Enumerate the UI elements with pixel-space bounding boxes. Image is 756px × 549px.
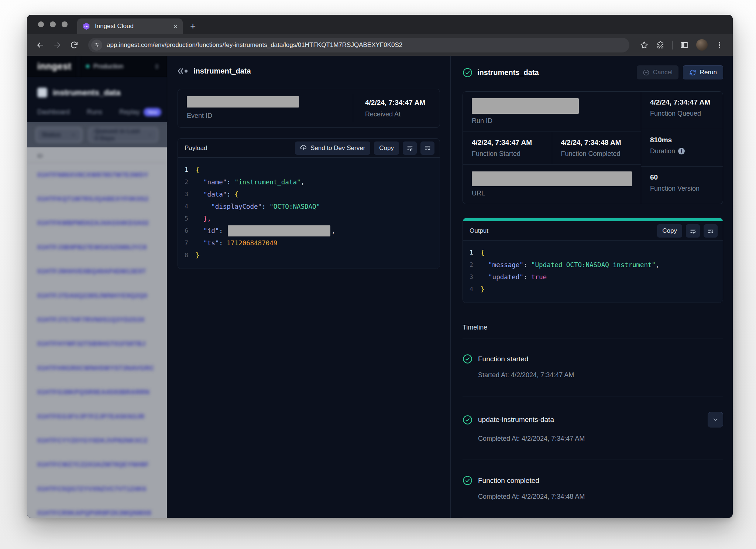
- site-settings-icon[interactable]: [91, 40, 102, 51]
- timeline-label: Timeline: [463, 324, 723, 331]
- payload-card: Payload Send to Dev Server Copy 1: [178, 138, 440, 269]
- function-header: instruments_data: [27, 77, 167, 98]
- run-list-item[interactable]: 01HTFCWZ7CZ2X3AZM79QEYNH8F: [27, 453, 167, 477]
- run-list-item[interactable]: 01HTFCYYZ0YGY0DKJVP82NKXCZ: [27, 429, 167, 453]
- address-bar[interactable]: app.inngest.com/env/production/functions…: [88, 38, 629, 52]
- run-list-item[interactable]: 01HTFCR9KAPQP0R8PZK3MQNMX8: [27, 501, 167, 518]
- sidebar-top-bar: inngest Production: [27, 56, 167, 77]
- close-tab-icon[interactable]: ×: [173, 23, 178, 30]
- sidebar: inngest Production instruments_data Dash…: [27, 56, 167, 518]
- line-content: "ts": 1712068487049: [196, 239, 277, 247]
- info-icon[interactable]: i: [678, 148, 685, 154]
- run-details-right: 4/2/24, 7:34:47 AM Function Queued 810ms…: [641, 92, 723, 204]
- function-version-value: 60: [650, 173, 714, 181]
- traffic-lights[interactable]: [27, 15, 77, 34]
- word-wrap-button[interactable]: [403, 141, 417, 155]
- word-wrap-button[interactable]: [686, 224, 700, 238]
- minimize-window-button[interactable]: [50, 21, 56, 27]
- line-number: 5: [178, 215, 196, 222]
- run-id-redacted: [472, 98, 579, 114]
- zoom-window-button[interactable]: [62, 21, 68, 27]
- time-range-filter-dropdown[interactable]: Queued in Last 3 Days: [89, 127, 158, 142]
- run-title: instruments_data: [477, 68, 539, 77]
- cancel-button[interactable]: Cancel: [637, 65, 678, 79]
- send-to-dev-server-button[interactable]: Send to Dev Server: [295, 141, 370, 155]
- close-window-button[interactable]: [38, 21, 44, 27]
- payload-copy-button[interactable]: Copy: [374, 141, 399, 155]
- new-badge: New: [144, 108, 161, 116]
- function-version-cell: 60 Function Version: [641, 166, 723, 204]
- function-tab[interactable]: Runs: [87, 108, 102, 122]
- status-filter-dropdown[interactable]: Status: [36, 127, 82, 142]
- run-list-item[interactable]: 01HTFC5QG7ZYVXNZVC7VT1Z4K6: [27, 477, 167, 501]
- browser-toolbar: app.inngest.com/env/production/functions…: [27, 34, 733, 56]
- timeline-item-title: update-instruments-data: [478, 416, 554, 424]
- code-line: 3 "updated": true: [463, 271, 723, 283]
- run-list-item[interactable]: 01HTFKMBPMD0ZAJ4AG04KD3A02: [27, 211, 167, 235]
- environment-selector[interactable]: Production: [79, 56, 167, 77]
- run-list-item[interactable]: 01HTFN86XV8CXW87857W7E3WDY: [27, 163, 167, 187]
- new-tab-button[interactable]: +: [190, 20, 196, 32]
- event-panel: instrument_data Event ID 4/2/24, 7:34:47…: [167, 56, 451, 518]
- line-number: 1: [463, 249, 481, 256]
- url-cell: URL: [463, 164, 641, 204]
- run-list-item[interactable]: 01HTFJ7DA6Q238SJWNHYE9Q2Q0: [27, 284, 167, 308]
- timeline-item: update-instruments-data Completed At: 4/…: [463, 396, 723, 460]
- rerun-button[interactable]: Rerun: [683, 65, 723, 79]
- line-number: 3: [178, 191, 196, 198]
- expand-step-button[interactable]: [708, 412, 723, 427]
- chevron-down-icon: [148, 132, 152, 138]
- forward-button[interactable]: [50, 38, 65, 52]
- code-line: 5 },: [178, 212, 440, 225]
- line-number: 1: [178, 166, 196, 173]
- function-tab[interactable]: Dashboard: [37, 108, 70, 122]
- run-list-item[interactable]: 01HTFH9GR0CWNHSWYST3NAVGRC: [27, 356, 167, 380]
- tab-strip: Inngest Cloud × +: [27, 15, 733, 34]
- bookmark-star-icon[interactable]: [640, 41, 649, 50]
- success-check-circle-icon: [463, 354, 472, 364]
- output-code: 1 { 2 "message": "Updated OCTO:NASDAQ in…: [463, 241, 723, 303]
- payload-label: Payload: [185, 144, 207, 152]
- run-details-left: Run ID 4/2/24, 7:34:47 AM Function Start…: [463, 92, 641, 204]
- function-tab[interactable]: Replay New: [119, 108, 161, 122]
- browser-menu-kebab-icon[interactable]: [715, 41, 724, 50]
- run-panel: instruments_data Cancel Rerun: [451, 56, 733, 518]
- line-content: }: [196, 252, 200, 259]
- profile-avatar[interactable]: [696, 39, 708, 51]
- run-times-row: 4/2/24, 7:34:47 AM Function Started 4/2/…: [463, 132, 641, 164]
- tab-title: Inngest Cloud: [95, 23, 169, 30]
- toolbar-right-icons: [636, 39, 727, 51]
- back-button[interactable]: [33, 38, 48, 52]
- output-copy-button[interactable]: Copy: [657, 224, 682, 238]
- run-list-item[interactable]: 01HTFEG3FVJP7FZJP7EA5KN3JR: [27, 405, 167, 429]
- output-success-bar: [463, 218, 723, 221]
- run-list-item[interactable]: 01HTFJ3B9PB27EWGK5Z0M6JYC8: [27, 235, 167, 259]
- reload-button[interactable]: [67, 38, 82, 52]
- success-check-circle-icon: [463, 475, 472, 485]
- timeline-item-title: Function completed: [478, 477, 539, 485]
- expand-lines-button[interactable]: [704, 224, 718, 238]
- success-check-circle-icon: [463, 415, 472, 425]
- runs-list: ID 01HTFN86XV8CXW87857W7E3WDY01HTFKQT1M7…: [27, 147, 167, 518]
- extensions-puzzle-icon[interactable]: [656, 41, 665, 50]
- browser-window: Inngest Cloud × + app.inngest.com/env/pr…: [27, 15, 733, 518]
- timeline-item-title: Function started: [478, 355, 528, 363]
- line-content: "name": "instrument_data",: [196, 178, 305, 186]
- line-content: {: [196, 166, 200, 174]
- expand-lines-button[interactable]: [420, 141, 434, 155]
- line-content: "displayCode": "OCTO:NASDAQ": [196, 203, 320, 210]
- run-list-item[interactable]: 01HTFJ9HHVE0BQ49AP4DM13E9T: [27, 260, 167, 284]
- run-list-item[interactable]: 01HTFJ7C7HF7RVN0S1Q3YD2S3X: [27, 308, 167, 332]
- function-started-cell: 4/2/24, 7:34:47 AM Function Started: [463, 132, 552, 164]
- code-line: 4 "displayCode": "OCTO:NASDAQ": [178, 200, 440, 212]
- output-label: Output: [470, 227, 488, 235]
- code-line: 1 {: [463, 246, 723, 259]
- chevron-up-down-icon: [154, 63, 160, 70]
- side-panel-icon[interactable]: [680, 41, 689, 50]
- function-completed-value: 4/2/24, 7:34:48 AM: [561, 139, 632, 147]
- run-list-item[interactable]: 01HTFKQT1M7RSJQABEXYF0K0S2: [27, 187, 167, 211]
- run-list-item[interactable]: 01HTFHYWF32TSB9HGT01F58TBJ: [27, 332, 167, 356]
- browser-tab[interactable]: Inngest Cloud ×: [77, 18, 183, 34]
- url-text: app.inngest.com/env/production/functions…: [107, 41, 402, 49]
- run-list-item[interactable]: 01HTFG38KPQSR9EA4S93BRARRN: [27, 381, 167, 405]
